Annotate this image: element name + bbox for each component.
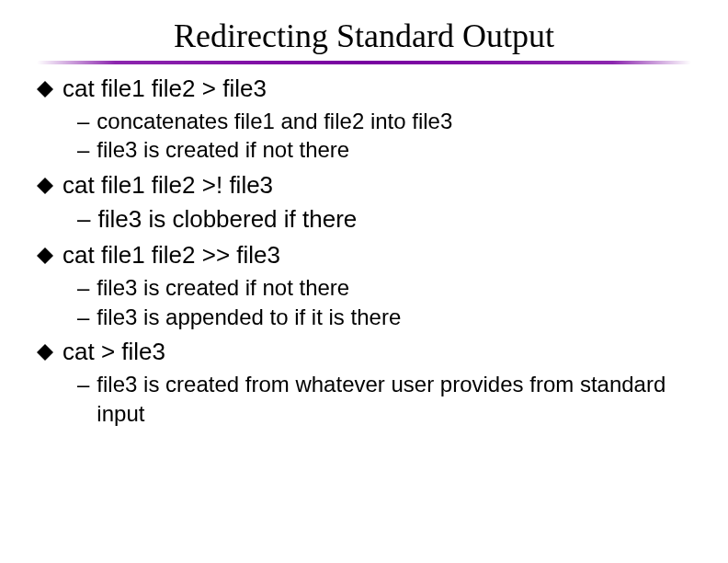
sub-list: – file3 is created from whatever user pr… (77, 370, 691, 428)
svg-marker-2 (37, 247, 53, 264)
sub-list: – file3 is clobbered if there (77, 203, 691, 235)
bullet-item: cat > file3 (37, 337, 691, 368)
bullet-text: cat file1 file2 >> file3 (63, 240, 280, 271)
dash-icon: – (77, 203, 90, 235)
dash-icon: – (77, 273, 89, 303)
sub-text: file3 is clobbered if there (97, 203, 691, 235)
diamond-bullet-icon (37, 178, 53, 194)
dash-icon: – (77, 107, 89, 136)
slide: Redirecting Standard Output cat file1 fi… (0, 0, 728, 453)
sub-text: concatenates file1 and file2 into file3 (97, 107, 691, 136)
sub-list: – file3 is created if not there – file3 … (77, 273, 691, 331)
sub-item: – file3 is created from whatever user pr… (77, 370, 691, 428)
slide-title: Redirecting Standard Output (37, 17, 691, 55)
sub-text: file3 is created if not there (97, 273, 691, 303)
bullet-text: cat file1 file2 > file3 (63, 74, 267, 105)
bullet-item: cat file1 file2 >! file3 (37, 170, 691, 201)
bullet-text: cat > file3 (63, 337, 165, 368)
sub-text: file3 is appended to if it is there (97, 303, 691, 332)
bullet-item: cat file1 file2 > file3 (37, 74, 691, 105)
svg-marker-1 (37, 178, 53, 194)
sub-item: – file3 is clobbered if there (77, 203, 691, 235)
sub-item: – file3 is created if not there (77, 135, 691, 165)
bullet-text: cat file1 file2 >! file3 (63, 170, 273, 201)
sub-text: file3 is created from whatever user prov… (97, 370, 691, 428)
dash-icon: – (77, 303, 89, 332)
divider-line (37, 61, 691, 64)
sub-item: – file3 is created if not there (77, 273, 691, 303)
diamond-bullet-icon (37, 81, 53, 98)
dash-icon: – (77, 135, 89, 165)
svg-marker-0 (37, 81, 53, 98)
content-area: cat file1 file2 > file3 – concatenates f… (37, 74, 691, 429)
svg-marker-3 (37, 344, 53, 361)
diamond-bullet-icon (37, 247, 53, 264)
dash-icon: – (77, 370, 89, 399)
sub-list: – concatenates file1 and file2 into file… (77, 107, 691, 165)
sub-item: – concatenates file1 and file2 into file… (77, 107, 691, 136)
sub-item: – file3 is appended to if it is there (77, 303, 691, 332)
diamond-bullet-icon (37, 344, 53, 361)
sub-text: file3 is created if not there (97, 135, 691, 165)
bullet-item: cat file1 file2 >> file3 (37, 240, 691, 271)
